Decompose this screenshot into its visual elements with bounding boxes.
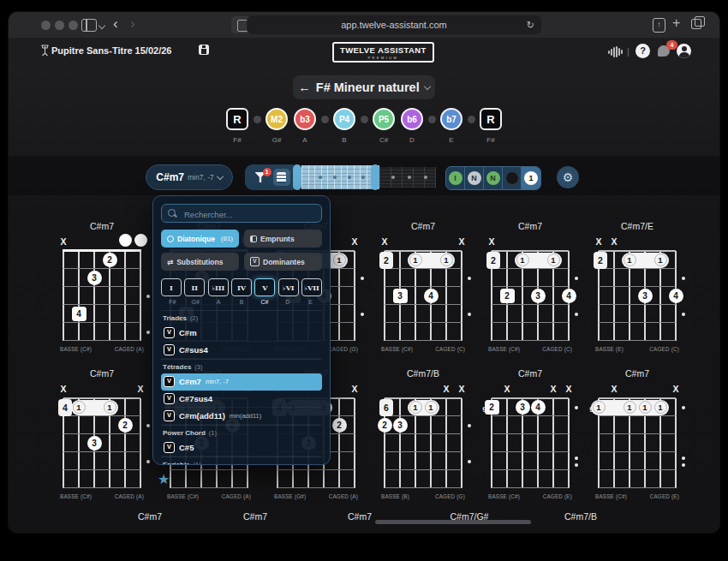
degree-tab-♭III[interactable]: ♭III (208, 278, 229, 296)
degree-badge-b6[interactable]: b6 (401, 108, 423, 130)
chord-list-item[interactable]: VC#m (161, 325, 322, 342)
scale-selector[interactable]: ← F# Mineur naturel (293, 75, 435, 99)
range-selected-region[interactable] (301, 165, 379, 189)
degree-item: RF# (226, 108, 248, 144)
degree-badge-M2[interactable]: M2 (266, 108, 288, 130)
filter-buttons: Diatonique(81)Emprunts⇄SubstitutionsVDom… (161, 230, 322, 271)
fret-line (492, 415, 569, 416)
display-toggle-dot[interactable] (503, 167, 522, 189)
degree-item: b6D (401, 108, 423, 144)
document-title[interactable]: Pupitre Sans-Titre 15/02/26 (51, 45, 171, 56)
chord-diagram[interactable]: C#m7XX21134BASSE (C#)CAGED (C) (361, 221, 485, 365)
chord-dropdown[interactable]: C#m7 min7, -7 (146, 164, 233, 190)
display-toggle-N[interactable]: N (484, 167, 503, 189)
degree-tab-♭VII[interactable]: ♭VII (301, 278, 322, 296)
display-toggle-I[interactable]: I (446, 167, 465, 189)
v-icon: V (250, 257, 260, 266)
chord-diagram[interactable]: C#m7X234BASSE (C#)CAGED (A) (40, 221, 164, 365)
zoom-window-button[interactable] (69, 21, 78, 30)
degree-tab-V[interactable]: V (254, 278, 275, 296)
range-handle-left[interactable] (293, 164, 301, 190)
degree-tab-II[interactable]: II (184, 278, 205, 296)
chord-list-item[interactable]: VC#m7min7, -7 (161, 373, 322, 391)
degree-note: G# (272, 136, 282, 144)
degree-tab-I[interactable]: I (161, 278, 182, 296)
tab-overview-icon[interactable] (691, 19, 701, 29)
degree-tab-♭VI[interactable]: ♭VI (278, 278, 299, 296)
degree-badge-P5[interactable]: P5 (373, 108, 395, 130)
fret-line (385, 286, 462, 287)
back-arrow-icon[interactable]: ← (298, 81, 311, 94)
display-toggle-N[interactable]: N (465, 167, 484, 189)
caged-label: CAGED (G) (435, 493, 465, 499)
display-toggle-1[interactable]: 1 (522, 167, 540, 189)
settings-gear-icon[interactable]: ⚙ (557, 166, 579, 188)
fret-line (492, 469, 569, 470)
chord-diagram-title: C#m7 (40, 368, 164, 379)
bass-label: BASSE (C#) (381, 346, 413, 352)
chord-diagram[interactable]: C#m7/BXX61123BASSE (B)CAGED (G) (361, 368, 485, 512)
fret-line (277, 469, 355, 470)
fretboard: XX41123 (63, 398, 140, 488)
horizontal-scrollbar-thumb[interactable] (375, 520, 531, 524)
forward-button[interactable]: › (130, 15, 135, 33)
waveform-icon[interactable] (608, 46, 623, 57)
filter-icon[interactable]: 1 (255, 172, 266, 182)
degree-badge-R[interactable]: R (226, 108, 248, 130)
degree-tab-IV[interactable]: IV (231, 278, 252, 296)
filter-button-emprunts[interactable]: Emprunts (244, 230, 322, 248)
reload-icon[interactable]: ↻ (527, 15, 534, 34)
fret-line (385, 451, 462, 452)
fret-line (385, 487, 462, 488)
string-line (63, 251, 64, 341)
display-mode-toggles: INN1 (445, 166, 541, 190)
chord-list-item[interactable]: VC#m(add11)min(add11) (161, 408, 322, 425)
chord-list-item[interactable]: VC#5 (161, 439, 322, 457)
minimize-window-button[interactable] (55, 21, 64, 30)
sidebar-toggle-icon[interactable] (81, 19, 97, 32)
string-line (613, 251, 615, 341)
string-line (461, 398, 462, 488)
filter-button-substitutions[interactable]: ⇄Substitutions (161, 253, 239, 271)
back-button[interactable]: ‹ (113, 15, 118, 33)
chord-diagram[interactable]: C#m7/EXX21134BASSE (E)CAGED (C) (576, 221, 699, 365)
account-avatar[interactable] (677, 44, 691, 58)
barre-finger-label: 1 (409, 401, 422, 414)
fret-line (492, 487, 569, 488)
close-window-button[interactable] (41, 21, 51, 30)
chord-diagram[interactable]: C#m7XX41123BASSE (C#)CAGED (A) (40, 368, 164, 512)
filter-label: Emprunts (260, 235, 295, 243)
chord-diagram[interactable]: C#m7X211234BASSE (C#)CAGED (C) (468, 221, 592, 365)
roman-badge: V (164, 442, 175, 453)
sidebar-chevron-icon[interactable] (98, 22, 105, 29)
degree-badge-b3[interactable]: b3 (294, 108, 316, 130)
muted-string-x: X (456, 236, 467, 247)
filter-button-dominantes[interactable]: VDominantes (244, 253, 322, 271)
degree-item: RF# (480, 108, 502, 144)
new-tab-icon[interactable]: + (672, 15, 680, 31)
muted-string-x: X (609, 384, 619, 394)
list-icon[interactable] (273, 169, 290, 186)
fret-line (170, 487, 248, 488)
filter-label: Dominantes (263, 258, 305, 266)
toolbar-icon-group: 1 (245, 164, 300, 190)
chord-list-item[interactable]: VC#7sus4 (161, 391, 322, 408)
range-handle-right[interactable] (371, 164, 379, 190)
help-button[interactable]: ? (636, 44, 650, 58)
chord-diagram[interactable]: C#m7XX91111BASSE (C#)CAGED (E) (576, 368, 699, 512)
search-input[interactable] (182, 205, 314, 224)
share-icon[interactable]: ↑ (653, 18, 665, 33)
degree-badge-R[interactable]: R (480, 108, 502, 130)
chevron-down-icon (216, 173, 223, 180)
degree-badge-b7[interactable]: b7 (440, 108, 462, 130)
degree-tab-note: E (299, 299, 322, 305)
fret-line (599, 469, 676, 470)
chord-diagram[interactable]: C#m7XXX9234BASSE (C#)CAGED (E) (468, 368, 592, 512)
degree-badge-P4[interactable]: P4 (333, 108, 355, 130)
filter-button-diatonique[interactable]: Diatonique(81) (161, 230, 239, 248)
url-field[interactable]: app.twelve-assistant.com ↻ (247, 15, 541, 34)
favorite-star-icon[interactable]: ★ (158, 471, 170, 487)
save-icon[interactable] (199, 45, 209, 55)
chord-list-item[interactable]: VC#sus4 (161, 342, 322, 359)
barre: 1111 (591, 400, 669, 415)
